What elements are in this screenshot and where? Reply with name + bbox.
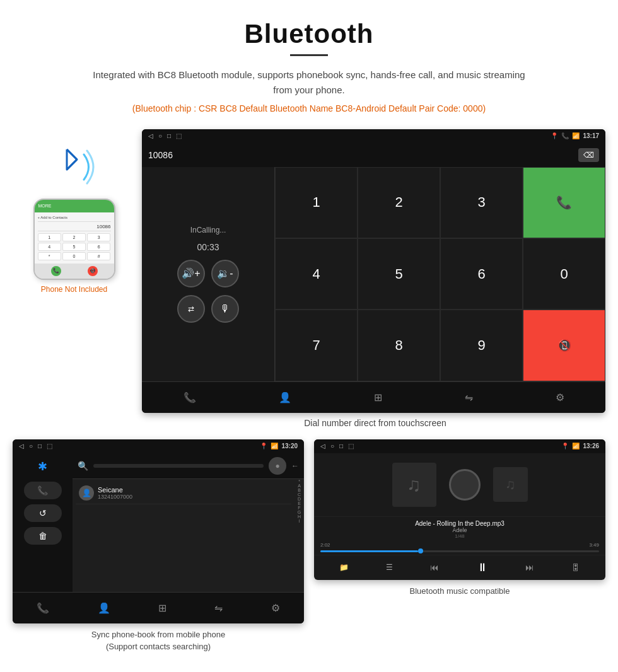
microphone-button[interactable]: 🎙 — [211, 295, 239, 323]
dial-controls-row2: ⇄ 🎙 — [177, 295, 239, 323]
pb-nav-transfer-icon[interactable]: ⇋ — [214, 602, 223, 614]
phonebook-main: 🔍 ● ← 👤 Seicane — [73, 453, 304, 592]
music-equalizer-icon[interactable]: 🎛 — [571, 562, 580, 572]
dial-content: InCalling... 00:33 🔊+ 🔉- ⇄ 🎙 1 2 3 — [142, 167, 605, 381]
pb-back-arrow[interactable]: ← — [291, 461, 299, 470]
phone-key-8[interactable]: 0 — [62, 252, 86, 260]
nav-contacts-icon[interactable]: 👤 — [279, 391, 291, 403]
pb-call-btn[interactable]: 📞 — [24, 482, 62, 499]
music-progress-bar[interactable] — [314, 548, 605, 555]
volume-down-button[interactable]: 🔉- — [211, 260, 239, 287]
dial-key-3[interactable]: 3 — [440, 167, 523, 238]
page-specs: (Bluetooth chip : CSR BC8 Default Blueto… — [13, 101, 605, 117]
page-header: Bluetooth Integrated with BC8 Bluetooth … — [0, 0, 618, 123]
dial-key-7[interactable]: 7 — [275, 310, 358, 381]
music-prev-button[interactable]: ⏮ — [430, 562, 439, 572]
phonebook-android-screen: ◁ ○ □ ⬚ 📍 📶 13:20 ✱ — [13, 439, 304, 623]
nav-grid-icon[interactable]: ⊞ — [374, 391, 382, 403]
pb-delete-btn[interactable]: 🗑 — [24, 527, 62, 545]
phone-key-5[interactable]: 5 — [62, 243, 86, 251]
phone-keypad: 1 2 3 4 5 6 * 0 # — [38, 233, 111, 260]
status-nav-icons: ◁ ○ □ ⬚ — [148, 132, 182, 139]
music-song-title: Adele - Rolling In the Deep.mp3 — [317, 520, 602, 527]
music-status-bar: ◁ ○ □ ⬚ 📍 📶 13:26 — [314, 439, 605, 453]
music-screenshot-icon: ⬚ — [348, 443, 354, 449]
backspace-button[interactable]: ⌫ — [578, 148, 599, 162]
dial-key-call[interactable]: 📞 — [523, 167, 605, 238]
music-times: 2:02 3:49 — [314, 542, 605, 548]
pb-nav-grid-icon[interactable]: ⊞ — [158, 602, 166, 614]
dial-key-6[interactable]: 6 — [440, 238, 523, 310]
pb-nav-phone-icon[interactable]: 📞 — [37, 602, 49, 614]
nav-transfer-icon[interactable]: ⇋ — [465, 391, 473, 403]
music-folder-icon[interactable]: 📁 — [339, 563, 349, 572]
pb-sync-btn[interactable]: ↺ — [24, 504, 62, 522]
pb-contact-name: Seicane — [98, 486, 132, 494]
music-nav-icons: ◁ ○ □ ⬚ — [320, 443, 354, 449]
phone-key-1[interactable]: 1 — [38, 233, 61, 241]
phone-key-4[interactable]: 4 — [38, 243, 61, 251]
pb-alphabet-scroll: * A B C D E F G H I — [294, 479, 304, 592]
pb-contact-info: Seicane 13241007000 — [98, 486, 132, 500]
recent-nav-icon[interactable]: □ — [167, 132, 171, 139]
phone-key-2[interactable]: 2 — [62, 233, 86, 241]
nav-settings-icon[interactable]: ⚙ — [556, 391, 564, 403]
music-status-right: 📍 📶 13:26 — [561, 443, 599, 449]
music-note-icon-left: ♫ — [407, 474, 421, 495]
back-nav-icon[interactable]: ◁ — [148, 132, 153, 139]
pb-recent-icon[interactable]: □ — [38, 443, 42, 449]
dial-key-9[interactable]: 9 — [440, 310, 523, 381]
dial-controls-row1: 🔊+ 🔉- — [177, 260, 239, 287]
pb-back-icon[interactable]: ◁ — [19, 443, 24, 449]
dial-key-8[interactable]: 8 — [358, 310, 440, 381]
pb-status-right: 📍 📶 13:20 — [260, 443, 298, 449]
bluetooth-signal-icon — [49, 142, 100, 192]
music-track-number: 1/48 — [317, 533, 602, 539]
phone-key-9[interactable]: # — [87, 252, 110, 260]
home-nav-icon[interactable]: ○ — [158, 132, 162, 139]
pb-signal-icon: 📶 — [271, 443, 278, 449]
phone-mock: MORE + Add to Contacts 10086 1 2 3 4 5 6… — [33, 199, 115, 280]
phone-key-3[interactable]: 3 — [87, 233, 110, 241]
dial-timer: 00:33 — [197, 242, 219, 252]
status-right-icons: 📍 📞 📶 13:17 — [551, 132, 599, 139]
dial-key-2[interactable]: 2 — [358, 167, 440, 238]
music-caption: Bluetooth music compatible — [410, 585, 510, 598]
music-play-button[interactable]: ⏸ — [477, 561, 488, 574]
dial-key-end[interactable]: 📵 — [523, 310, 605, 381]
dial-key-5[interactable]: 5 — [358, 238, 440, 310]
phone-key-7[interactable]: * — [38, 252, 61, 260]
transfer-button[interactable]: ⇄ — [177, 295, 205, 323]
music-total-time: 3:49 — [589, 542, 599, 548]
music-next-button[interactable]: ⏭ — [525, 562, 534, 572]
album-art-left: ♫ — [392, 463, 436, 507]
phone-add-contact-label: + Add to Contacts — [38, 216, 111, 222]
music-back-icon[interactable]: ◁ — [320, 443, 325, 449]
phone-call-button[interactable]: 📞 — [51, 266, 61, 276]
dial-key-4[interactable]: 4 — [275, 238, 358, 310]
phone-end-button[interactable]: 📵 — [88, 266, 98, 276]
phone-key-6[interactable]: 6 — [87, 243, 110, 251]
music-info-bar: Adele - Rolling In the Deep.mp3 Adele 1/… — [314, 516, 605, 542]
music-screen-wrap: ◁ ○ □ ⬚ 📍 📶 13:26 ♫ — [314, 439, 605, 653]
pb-nav-settings-icon[interactable]: ⚙ — [271, 602, 280, 614]
pb-search-field[interactable] — [93, 464, 264, 468]
phonebook-caption-line1: Sync phone-book from mobile phone — [91, 630, 225, 639]
pb-screenshot-icon: ⬚ — [47, 443, 52, 449]
dial-key-1[interactable]: 1 — [275, 167, 358, 238]
pb-home-icon[interactable]: ○ — [29, 443, 33, 449]
music-recent-icon[interactable]: □ — [339, 443, 343, 449]
music-signal-icon: 📶 — [572, 443, 580, 449]
pb-contact-item[interactable]: 👤 Seicane 13241007000 — [76, 482, 291, 504]
pb-nav-contacts-icon[interactable]: 👤 — [98, 602, 110, 614]
main-section: MORE + Add to Contacts 10086 1 2 3 4 5 6… — [0, 123, 618, 666]
dial-input-display: 10086 — [148, 150, 575, 160]
phonebook-status-bar: ◁ ○ □ ⬚ 📍 📶 13:20 — [13, 439, 304, 453]
nav-phone-icon[interactable]: 📞 — [184, 391, 196, 403]
music-list-icon[interactable]: ☰ — [386, 563, 393, 572]
music-home-icon[interactable]: ○ — [330, 443, 334, 449]
volume-up-button[interactable]: 🔊+ — [177, 260, 205, 287]
title-underline — [290, 54, 328, 56]
dial-key-0[interactable]: 0 — [523, 238, 605, 310]
pb-contacts-area: 👤 Seicane 13241007000 * A — [73, 479, 304, 592]
